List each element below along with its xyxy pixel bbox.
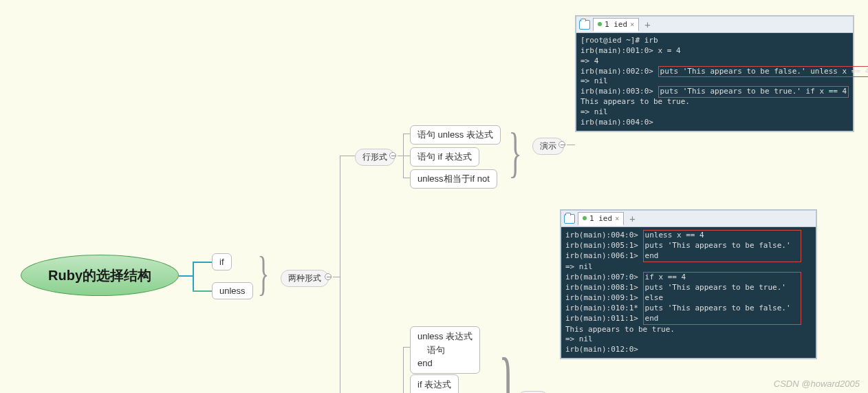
terminal-window-2: 1 ied × + irb(main):004:0> unless x == 4… [560, 209, 817, 359]
connector [567, 145, 575, 145]
connector [403, 347, 404, 393]
close-icon[interactable]: × [630, 21, 634, 28]
connector [403, 156, 410, 156]
connector [403, 347, 410, 348]
connector [340, 156, 340, 393]
connector [333, 277, 340, 277]
new-tab-button[interactable]: + [642, 19, 653, 30]
block-form-unless[interactable]: unless 表达式 语句 end [410, 326, 480, 374]
terminal-tab[interactable]: 1 ied × [593, 18, 639, 32]
tab-label: 1 ied [605, 20, 627, 29]
watermark: CSDN @howard2005 [774, 379, 860, 389]
brace-icon: } [509, 121, 522, 184]
node-if[interactable]: if [212, 253, 232, 270]
pill-line-form[interactable]: 行形式 [355, 149, 395, 166]
root-title: Ruby的选择结构 [48, 266, 151, 285]
block-form-if[interactable]: if 表达式 语句1 else 语句2 end [410, 374, 459, 393]
connector [193, 262, 212, 263]
terminal-output: [root@ied ~]# irbirb(main):001:0> x = 4=… [576, 33, 853, 131]
folder-icon[interactable] [579, 20, 590, 30]
brace-icon: } [499, 331, 517, 393]
close-icon[interactable]: × [615, 215, 619, 222]
terminal-output: irb(main):004:0> unless x == 4irb(main):… [561, 227, 816, 358]
pill-two-forms[interactable]: 两种形式 [281, 270, 329, 287]
folder-icon[interactable] [564, 214, 575, 224]
line-form-item[interactable]: unless相当于if not [410, 169, 497, 189]
new-tab-button[interactable]: + [627, 213, 638, 224]
terminal-tabbar: 1 ied × + [561, 211, 816, 227]
connector [403, 178, 410, 178]
tab-label: 1 ied [589, 214, 612, 223]
status-dot-icon [583, 216, 587, 220]
connector [398, 156, 403, 156]
terminal-tab[interactable]: 1 ied × [578, 212, 624, 226]
terminal-tabbar: 1 ied × + [576, 17, 853, 33]
connector [193, 290, 212, 292]
collapse-toggle[interactable] [325, 273, 332, 280]
connector [193, 262, 194, 290]
connector [403, 134, 410, 134]
status-dot-icon [598, 22, 602, 26]
brace-icon: } [257, 246, 269, 301]
connector [179, 275, 193, 277]
root-node[interactable]: Ruby的选择结构 [21, 255, 179, 296]
connector [340, 156, 355, 156]
line-form-item[interactable]: 语句 unless 表达式 [410, 125, 501, 145]
line-form-item[interactable]: 语句 if 表达式 [410, 147, 479, 167]
collapse-toggle[interactable] [389, 152, 396, 159]
collapse-toggle[interactable] [558, 141, 565, 148]
terminal-window-1: 1 ied × + [root@ied ~]# irbirb(main):001… [575, 15, 854, 132]
node-unless[interactable]: unless [212, 282, 253, 299]
